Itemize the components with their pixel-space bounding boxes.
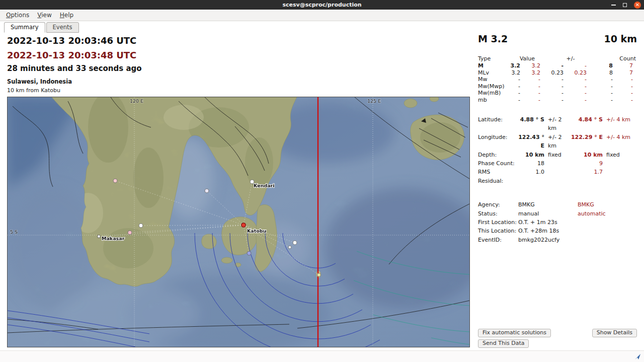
magnitude-row[interactable]: Mw(mB) - - - - - -	[478, 90, 637, 97]
send-this-data-button[interactable]: Send This Data	[478, 339, 529, 348]
col-err: +/-	[547, 55, 594, 62]
map-svg: Kendari Katobu Makasar 120 E 125 E 5 S	[8, 97, 469, 347]
origin-meta-table: Agency: BMKG BMKG Status: manual automat…	[478, 200, 637, 244]
station-marker	[288, 246, 291, 249]
depth-value: 10 km	[604, 33, 637, 44]
station-marker	[293, 241, 297, 245]
station-marker	[205, 189, 209, 193]
city-label-makasar: Makasar	[102, 236, 125, 241]
origin-location-table: Latitude: 4.88 ° S +/- 2 km 4.84 ° S +/-…	[478, 115, 637, 185]
magnitude-row[interactable]: Mw(Mwp) - - - - - -	[478, 83, 637, 90]
meta-row-status: Status: manual automatic	[478, 209, 637, 218]
tabbar: Summary Events	[4, 23, 80, 33]
station-marker	[139, 224, 143, 228]
window-title: scesv@scproc/production	[282, 2, 361, 8]
window-controls: ✕	[611, 0, 641, 10]
origin-time-automatic: 2022-10-13 20:03:48 UTC	[7, 50, 142, 61]
station-marker	[247, 251, 251, 255]
city-marker-makasar	[98, 235, 100, 238]
col-type: Type	[478, 55, 507, 62]
show-details-button[interactable]: Show Details	[592, 329, 637, 337]
region-name: Sulawesi, Indonesia	[7, 78, 142, 85]
fix-automatic-solutions-button[interactable]: Fix automatic solutions	[478, 329, 551, 337]
bathymetry-texture	[8, 97, 469, 347]
grid-label-5s: 5 S	[10, 229, 18, 235]
magnitude-value: M 3.2	[478, 33, 508, 44]
nearest-city-distance: 10 km from Katobu	[7, 87, 142, 94]
maximize-icon[interactable]	[623, 3, 627, 7]
meta-row-agency: Agency: BMKG BMKG	[478, 200, 637, 209]
grid-label-125e: 125 E	[367, 98, 381, 104]
origin-row-longitude: Longitude: 122.43 ° E +/- 2 km 122.29 ° …	[478, 133, 637, 151]
tab-summary[interactable]: Summary	[4, 22, 45, 33]
map-view[interactable]: Kendari Katobu Makasar 120 E 125 E 5 S	[7, 97, 470, 347]
meta-row-event-id: EventID: bmkg2022ucfy	[478, 236, 637, 244]
meta-row-first-location: First Location: O.T. + 1m 23s	[478, 218, 637, 227]
connection-status-icon	[634, 353, 641, 360]
origin-time-preferred: 2022-10-13 20:03:46 UTC	[7, 35, 142, 46]
menu-options[interactable]: Options	[2, 10, 33, 20]
scesv-window: scesv@scproc/production ✕ Options View H…	[0, 0, 644, 362]
statusbar	[0, 350, 644, 362]
meta-row-this-location: This Location: O.T. +28m 18s	[478, 227, 637, 235]
close-icon[interactable]: ✕	[634, 2, 641, 9]
station-marker	[317, 273, 321, 277]
origin-info-panel: M 3.2 10 km Type Value +/- Count M 3.2 3…	[478, 33, 637, 244]
grid-label-120e: 120 E	[130, 98, 143, 104]
menubar: Options View Help	[0, 10, 644, 21]
magnitude-row[interactable]: Mw - - - - - -	[478, 76, 637, 83]
station-marker	[128, 231, 132, 235]
magnitude-table: Type Value +/- Count M 3.2 3.2 - - 8 7 M…	[478, 55, 637, 103]
event-summary: 2022-10-13 20:03:46 UTC 2022-10-13 20:03…	[7, 35, 142, 94]
minimize-icon[interactable]	[611, 5, 616, 6]
col-value: Value	[507, 55, 547, 62]
magnitude-row[interactable]: mb - - - - - -	[478, 97, 637, 104]
magnitude-table-header: Type Value +/- Count	[478, 55, 637, 62]
magnitude-row[interactable]: MLv 3.2 3.2 0.23 0.23 8 7	[478, 69, 637, 77]
origin-row-phase-count: Phase Count: 18 9	[478, 159, 637, 168]
origin-row-rms-residual: RMS Residual: 1.0 1.7	[478, 168, 637, 185]
menu-view[interactable]: View	[33, 10, 55, 20]
magnitude-row[interactable]: M 3.2 3.2 - - 8 7	[478, 62, 637, 69]
titlebar: scesv@scproc/production ✕	[0, 0, 644, 10]
epicenter-marker	[242, 223, 246, 227]
origin-row-latitude: Latitude: 4.88 ° S +/- 2 km 4.84 ° S +/-…	[478, 115, 637, 133]
col-count: Count	[594, 55, 637, 62]
magnitude-depth-header: M 3.2 10 km	[478, 33, 637, 44]
elapsed-time: 28 minutes and 33 seconds ago	[7, 64, 142, 74]
tab-events[interactable]: Events	[46, 22, 79, 33]
station-marker	[113, 179, 117, 183]
city-label-katobu: Katobu	[247, 228, 266, 234]
menu-help[interactable]: Help	[56, 10, 77, 20]
origin-row-depth: Depth: 10 km fixed 10 km fixed	[478, 151, 637, 159]
city-label-kendari: Kendari	[254, 183, 275, 188]
